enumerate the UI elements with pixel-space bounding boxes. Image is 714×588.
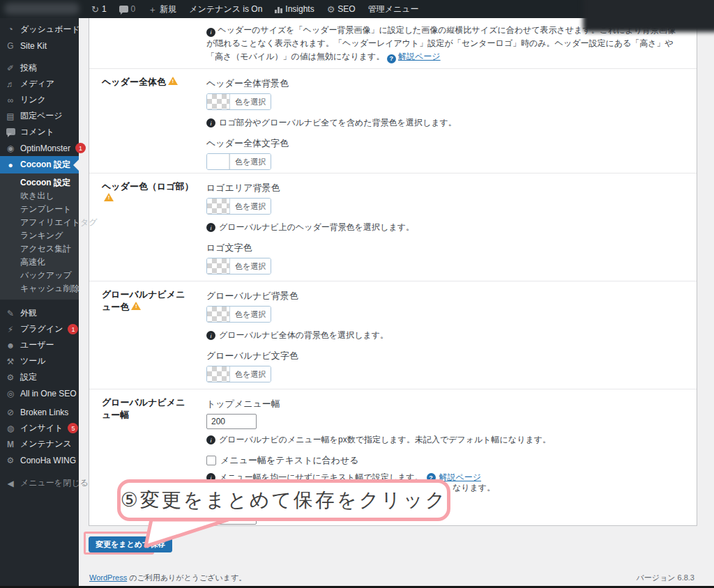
color-swatch-transparent bbox=[207, 94, 229, 109]
sidebar-item-label: 外観 bbox=[20, 307, 37, 319]
sidebar-item-dashboard[interactable]: ◔ ダッシュボード bbox=[0, 21, 79, 38]
sidebar-item-insights[interactable]: ◍ インサイト 5 bbox=[0, 420, 79, 436]
color-swatch-transparent bbox=[207, 366, 229, 382]
insights-icon: ◍ bbox=[6, 424, 15, 433]
sidebar-collapse-menu[interactable]: ◀ メニューを閉じる bbox=[0, 475, 79, 491]
submenu-item-speed-up[interactable]: 高速化 bbox=[0, 256, 79, 269]
partially-hidden-note: なります。 bbox=[453, 482, 495, 494]
submenu-item-template[interactable]: テンプレート bbox=[0, 203, 79, 216]
submenu-item-backup[interactable]: バックアップ bbox=[0, 269, 79, 282]
color-select-button[interactable]: 色を選択 bbox=[206, 198, 271, 215]
color-select-button[interactable]: 色を選択 bbox=[206, 306, 271, 323]
dashboard-icon: ◔ bbox=[6, 24, 15, 34]
sidebar-item-label: ユーザー bbox=[20, 339, 54, 351]
sidebar-item-plugins[interactable]: ⚡ プラグイン 1 bbox=[0, 321, 79, 337]
sidebar-item-settings[interactable]: ⚙ 設定 bbox=[0, 369, 79, 385]
collapse-icon: ◀ bbox=[6, 479, 15, 488]
sidebar-item-label: 固定ページ bbox=[20, 110, 63, 122]
callout-tail bbox=[129, 518, 234, 549]
submenu-item-cocoon-settings[interactable]: Cocoon 設定 bbox=[0, 176, 79, 189]
cocoon-icon: ● bbox=[6, 160, 15, 170]
sidebar-item-conoha-wing[interactable]: ⚙ ConoHa WING bbox=[0, 452, 79, 468]
sidebar-item-tools[interactable]: ⚒ ツール bbox=[0, 353, 79, 369]
sidebar-item-optinmonster[interactable]: ◉ OptinMonster 1 bbox=[0, 140, 79, 156]
submenu-item-speech-balloon[interactable]: 吹き出し bbox=[0, 189, 79, 203]
sidebar-item-label: 投稿 bbox=[20, 62, 37, 74]
sidebar-item-broken-links[interactable]: ⊘ Broken Links bbox=[0, 404, 79, 420]
color-select-button[interactable]: 色を選択 bbox=[206, 258, 271, 274]
sidebar-item-links[interactable]: ∞ リンク bbox=[0, 92, 79, 108]
field-note: グローバルナビのメニュー幅をpx数で指定します。未記入でデフォルト幅になります。 bbox=[219, 434, 551, 446]
sidebar-item-label: 設定 bbox=[20, 371, 37, 383]
info-icon: i bbox=[206, 28, 215, 37]
sidebar-item-users[interactable]: ☻ ユーザー bbox=[0, 337, 79, 353]
admin-menu-label: 管理メニュー bbox=[368, 3, 419, 15]
sidebar-item-label: メニューを閉じる bbox=[20, 477, 89, 489]
color-swatch-transparent bbox=[207, 307, 229, 322]
sidebar-item-label: ConoHa WING bbox=[20, 456, 76, 465]
sidebar-item-posts[interactable]: ✐ 投稿 bbox=[0, 60, 79, 76]
sidebar-item-label: プラグイン bbox=[20, 323, 63, 335]
notification-badge: 1 bbox=[75, 143, 86, 153]
callout-text: ⑤変更をまとめて保存をクリック bbox=[121, 487, 448, 513]
admin-bar-maintenance[interactable]: メンテナンス is On bbox=[183, 0, 268, 18]
plugins-icon: ⚡ bbox=[6, 325, 15, 334]
color-select-button[interactable]: 色を選択 bbox=[206, 93, 271, 110]
sidebar-item-appearance[interactable]: ✎ 外観 bbox=[0, 305, 79, 321]
sidebar-item-label: リンク bbox=[20, 94, 46, 106]
sidebar-item-pages[interactable]: ▤ 固定ページ bbox=[0, 108, 79, 124]
submenu-item-ranking[interactable]: ランキング bbox=[0, 229, 79, 242]
sidebar-item-label: ダッシュボード bbox=[20, 24, 80, 36]
field-label: グローバルナビ文字色 bbox=[206, 350, 683, 362]
warning-icon bbox=[168, 77, 178, 86]
admin-bar-new[interactable]: ＋ 新規 bbox=[142, 0, 183, 18]
color-swatch-transparent bbox=[207, 199, 229, 214]
color-swatch-white bbox=[207, 154, 229, 169]
section-header-logo-color: ヘッダー色（ロゴ部） ロゴエリア背景色 色を選択 iグローバルナビ上のヘッダー背… bbox=[89, 173, 697, 281]
fit-text-width-checkbox[interactable] bbox=[206, 456, 216, 465]
sidebar-item-site-kit[interactable]: G Site Kit bbox=[0, 38, 79, 54]
sidebar-item-label: OptinMonster bbox=[20, 144, 70, 153]
sidebar-item-cocoon-settings[interactable]: ● Cocoon 設定 bbox=[0, 156, 79, 173]
sidebar-item-maintenance[interactable]: M メンテナンス bbox=[0, 436, 79, 452]
admin-bar-admin-menu[interactable]: 管理メニュー bbox=[362, 0, 425, 18]
section-title: グローバルナビメニュー色 bbox=[102, 289, 185, 312]
submenu-item-access-stats[interactable]: アクセス集計 bbox=[0, 242, 79, 256]
color-select-button[interactable]: 色を選択 bbox=[206, 153, 271, 170]
sidebar-item-comments[interactable]: コメント bbox=[0, 124, 79, 140]
section-header-overall-color: ヘッダー全体色 ヘッダー全体背景色 色を選択 iロゴ部分やグローバルナビ全てを含… bbox=[89, 68, 697, 173]
callout-bubble: ⑤変更をまとめて保存をクリック bbox=[117, 479, 450, 521]
sidebar-item-label: Cocoon 設定 bbox=[20, 159, 70, 171]
admin-bar-comments[interactable]: 0 bbox=[113, 0, 142, 18]
sidebar-item-media[interactable]: ♬ メディア bbox=[0, 76, 79, 92]
admin-bar-updates[interactable]: ↻ 1 bbox=[85, 0, 113, 18]
users-icon: ☻ bbox=[6, 341, 15, 350]
maintenance-label: メンテナンス is On bbox=[189, 3, 262, 15]
conoha-wing-icon: ⚙ bbox=[6, 456, 15, 465]
admin-bar-seo[interactable]: ⚙ SEO bbox=[321, 0, 362, 18]
comment-count: 0 bbox=[131, 4, 136, 14]
submenu-item-affiliate-tag[interactable]: アフィリエイトタグ bbox=[0, 216, 79, 229]
comments-icon bbox=[119, 6, 128, 13]
wordpress-link[interactable]: WordPress bbox=[89, 573, 127, 582]
fit-text-width-option: メニュー幅をテキストに合わせる bbox=[206, 454, 683, 467]
color-select-button[interactable]: 色を選択 bbox=[206, 366, 271, 382]
field-label: ロゴ文字色 bbox=[206, 242, 683, 254]
sidebar-item-label: Site Kit bbox=[20, 41, 47, 51]
settings-icon: ⚙ bbox=[6, 373, 15, 382]
sidebar-item-aioseo[interactable]: ◎ All in One SEO bbox=[0, 385, 79, 401]
admin-bar-insights[interactable]: Insights bbox=[268, 0, 320, 18]
help-page-link[interactable]: 解説ページ bbox=[398, 52, 441, 61]
top-menu-width-input[interactable] bbox=[206, 414, 257, 429]
warning-icon bbox=[104, 193, 114, 202]
insights-label: Insights bbox=[285, 4, 314, 14]
notification-badge: 5 bbox=[68, 423, 78, 433]
submenu-item-cache-delete[interactable]: キャッシュ削除 bbox=[0, 282, 79, 295]
seo-icon: ⚙ bbox=[327, 5, 335, 14]
sidebar-item-label: メディア bbox=[20, 78, 54, 90]
tools-icon: ⚒ bbox=[6, 357, 15, 366]
pages-icon: ▤ bbox=[6, 111, 15, 121]
notification-badge: 1 bbox=[68, 324, 78, 334]
sidebar-item-label: Broken Links bbox=[20, 408, 68, 417]
section-title: ヘッダー色（ロゴ部） bbox=[102, 181, 194, 192]
